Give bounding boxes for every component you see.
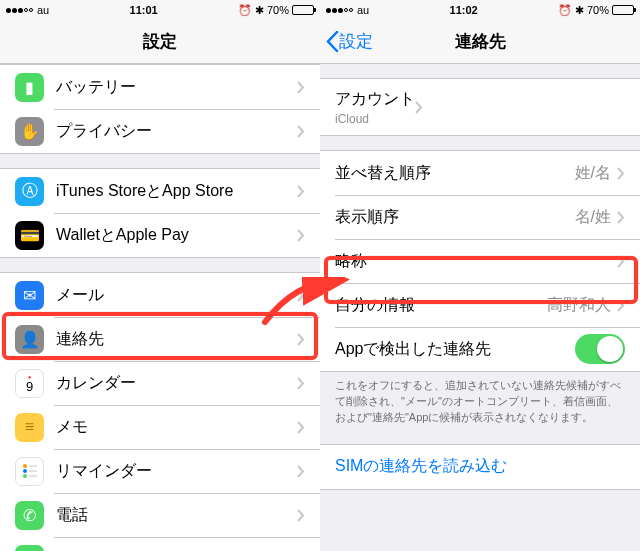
carrier-label: au — [357, 4, 369, 16]
chevron-right-icon — [617, 167, 625, 180]
settings-list[interactable]: ▮バッテリー ✋プライバシー ⒶiTunes StoreとApp Store 💳… — [0, 64, 320, 551]
left-screen: au 11:01 ⏰ ✱ 70% 設定 ▮バッテリー ✋プライバシー ⒶiTun… — [0, 0, 320, 551]
notes-icon: ≡ — [15, 413, 44, 442]
clock: 11:01 — [49, 4, 238, 16]
contacts-icon: 👤 — [15, 325, 44, 354]
alarm-icon: ⏰ — [238, 4, 252, 17]
wallet-icon: 💳 — [15, 221, 44, 250]
chevron-right-icon — [297, 465, 305, 478]
chevron-right-icon — [415, 101, 423, 114]
row-privacy[interactable]: ✋プライバシー — [0, 109, 320, 153]
row-import-sim[interactable]: SIMの連絡先を読み込む — [320, 445, 640, 489]
chevron-right-icon — [617, 211, 625, 224]
chevron-right-icon — [617, 299, 625, 312]
row-wallet[interactable]: 💳WalletとApple Pay — [0, 213, 320, 257]
alarm-icon: ⏰ — [558, 4, 572, 17]
row-mail[interactable]: ✉メール — [0, 273, 320, 317]
right-screen: au 11:02 ⏰ ✱ 70% 設定 連絡先 アカウントiCloud 並べ替え… — [320, 0, 640, 551]
status-bar: au 11:02 ⏰ ✱ 70% — [320, 0, 640, 20]
chevron-left-icon — [326, 31, 339, 52]
chevron-right-icon — [297, 509, 305, 522]
chevron-right-icon — [297, 125, 305, 138]
status-bar: au 11:01 ⏰ ✱ 70% — [0, 0, 320, 20]
privacy-icon: ✋ — [15, 117, 44, 146]
row-notes[interactable]: ≡メモ — [0, 405, 320, 449]
chevron-right-icon — [297, 229, 305, 242]
battery-icon — [612, 5, 634, 15]
row-reminders[interactable]: リマインダー — [0, 449, 320, 493]
battery-pct: 70% — [587, 4, 609, 16]
page-title: 設定 — [143, 30, 177, 53]
row-display-order[interactable]: 表示順序名/姓 — [320, 195, 640, 239]
bluetooth-icon: ✱ — [255, 4, 264, 17]
chevron-right-icon — [297, 333, 305, 346]
back-button[interactable]: 設定 — [326, 30, 373, 53]
row-phone[interactable]: ✆電話 — [0, 493, 320, 537]
signal-dots-icon — [6, 8, 33, 13]
battery-pct: 70% — [267, 4, 289, 16]
contacts-settings-list[interactable]: アカウントiCloud 並べ替え順序姓/名 表示順序名/姓 略称 自分の情報高野… — [320, 64, 640, 551]
chevron-right-icon — [297, 421, 305, 434]
row-found-in-apps: Appで検出した連絡先 — [320, 327, 640, 371]
svg-point-1 — [23, 469, 27, 473]
nav-bar: 設定 連絡先 — [320, 20, 640, 64]
row-battery[interactable]: ▮バッテリー — [0, 65, 320, 109]
nav-bar: 設定 — [0, 20, 320, 64]
chevron-right-icon — [297, 377, 305, 390]
chevron-right-icon — [617, 255, 625, 268]
chevron-right-icon — [297, 185, 305, 198]
row-calendar[interactable]: ●9カレンダー — [0, 361, 320, 405]
page-title: 連絡先 — [455, 30, 506, 53]
row-sort-order[interactable]: 並べ替え順序姓/名 — [320, 151, 640, 195]
row-short-name[interactable]: 略称 — [320, 239, 640, 283]
found-in-apps-toggle[interactable] — [575, 334, 625, 364]
svg-point-2 — [23, 474, 27, 478]
chevron-right-icon — [297, 81, 305, 94]
messages-icon: 💬 — [15, 545, 44, 552]
mail-icon: ✉ — [15, 281, 44, 310]
bluetooth-icon: ✱ — [575, 4, 584, 17]
itunes-icon: Ⓐ — [15, 177, 44, 206]
row-my-info[interactable]: 自分の情報高野和人 — [320, 283, 640, 327]
phone-icon: ✆ — [15, 501, 44, 530]
found-in-apps-footer: これをオフにすると、追加されていない連絡先候補がすべて削除され、"メール"のオー… — [320, 372, 640, 426]
clock: 11:02 — [369, 4, 558, 16]
row-messages[interactable]: 💬メッセージ — [0, 537, 320, 551]
reminders-icon — [15, 457, 44, 486]
svg-point-0 — [23, 464, 27, 468]
carrier-label: au — [37, 4, 49, 16]
row-accounts[interactable]: アカウントiCloud — [320, 79, 640, 135]
chevron-right-icon — [297, 289, 305, 302]
row-contacts[interactable]: 👤連絡先 — [0, 317, 320, 361]
signal-dots-icon — [326, 8, 353, 13]
battery-icon — [292, 5, 314, 15]
calendar-icon: ●9 — [15, 369, 44, 398]
battery-icon: ▮ — [15, 73, 44, 102]
row-itunes[interactable]: ⒶiTunes StoreとApp Store — [0, 169, 320, 213]
